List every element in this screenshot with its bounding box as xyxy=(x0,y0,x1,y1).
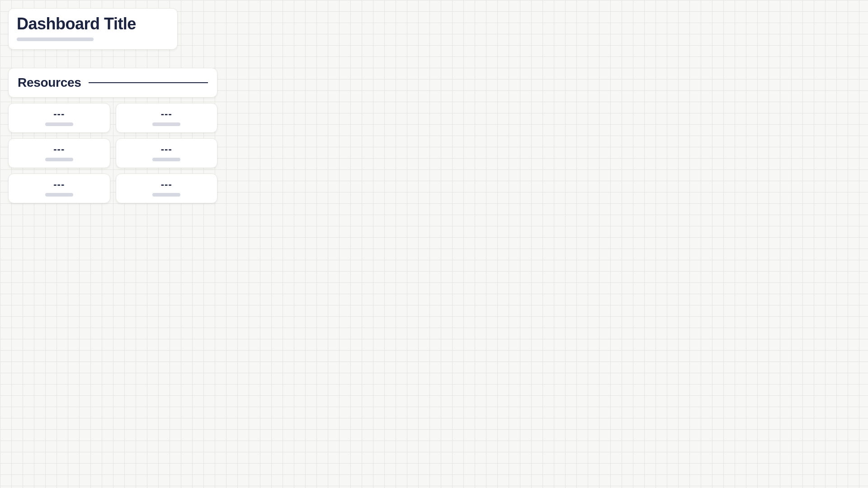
resource-card-value: --- xyxy=(161,144,172,154)
resource-card-value: --- xyxy=(53,144,65,154)
dashboard-title-card: Dashboard Title xyxy=(8,8,178,50)
resource-card-value: --- xyxy=(161,109,172,119)
resource-card-value: --- xyxy=(161,179,172,189)
dashboard-subtitle-placeholder xyxy=(17,38,94,41)
resource-card-label-placeholder xyxy=(45,193,73,197)
resource-card-value: --- xyxy=(53,109,65,119)
resource-card: --- xyxy=(116,174,218,203)
resources-cards-grid: --- --- --- --- --- --- xyxy=(8,103,217,203)
resources-section-title: Resources xyxy=(18,75,81,90)
resource-card: --- xyxy=(8,103,110,133)
resource-card-label-placeholder xyxy=(152,193,180,197)
resource-card-label-placeholder xyxy=(152,122,180,126)
resources-section-header: Resources xyxy=(8,68,217,98)
resource-card-value: --- xyxy=(53,179,65,189)
resource-card: --- xyxy=(116,103,218,133)
resource-card-label-placeholder xyxy=(45,158,73,161)
resource-card-label-placeholder xyxy=(152,158,180,161)
dashboard-title: Dashboard Title xyxy=(17,15,169,33)
resource-card: --- xyxy=(8,174,110,203)
section-divider-line xyxy=(89,82,208,83)
resource-card-label-placeholder xyxy=(45,122,73,126)
resource-card: --- xyxy=(8,138,110,168)
resource-card: --- xyxy=(116,138,218,168)
